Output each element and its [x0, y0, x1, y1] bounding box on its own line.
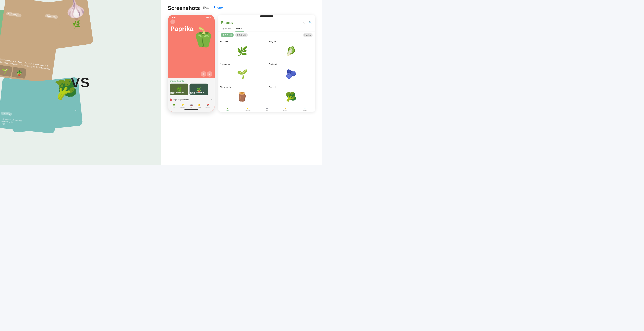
iphone-thumb-2: 🪴 When to start sowing paprika — [190, 84, 208, 95]
iphone-thumb-1-label: Paprika is a perennial plant — [170, 92, 188, 94]
ipad-icons: ♡ 🔍 — [302, 20, 312, 25]
iphone-nav-lifehacks-icon: 💡 — [181, 104, 184, 106]
ipad-nav-alerts-icon: 🔔 — [284, 108, 286, 110]
iphone-nav-bot-label: Bot — [190, 107, 192, 108]
detail-thumb-2: 🪴 — [12, 67, 27, 79]
ipad-nav-plants-icon: 🌿 — [227, 108, 228, 110]
iphone-nav-alerts-icon: 🔔 — [198, 104, 200, 106]
screenshots-area: 09:41 ▪▪▪ ▸ ▪▪ ← Paprika 🫑 ＋ ♥ around Pa… — [168, 14, 315, 162]
list-item[interactable]: Black salsify 🪵 — [218, 84, 267, 107]
right-panel: Screenshots iPad iPhone 09:41 ▪▪▪ ▸ ▪▪ ←… — [161, 0, 322, 166]
plant-name-broccoli: Broccoli — [269, 86, 314, 88]
ipad-tab-vegetables[interactable]: Vegetables — [221, 26, 234, 32]
detail-card: Raric Species Class: Bay The avocado, a … — [0, 0, 62, 84]
screenshots-title: Screenshots — [168, 5, 200, 11]
ipad-title: Plants — [221, 20, 233, 25]
iphone-bottom-section: around Paprika 🌿 Paprika is a perennial … — [168, 78, 215, 112]
ipad-nav-alerts-label: Alerts — [283, 110, 286, 111]
detail-thumb-1: 🌱 — [0, 65, 12, 77]
ipad-notch — [260, 16, 273, 17]
iphone-home-bar — [184, 109, 198, 110]
ipad-tab-herbs[interactable]: Herbs — [236, 26, 244, 32]
iphone-nav-bot-icon: 🤖 — [190, 104, 193, 106]
iphone-add-button[interactable]: ＋ — [201, 71, 206, 77]
cauliflower-heart: ♡ — [73, 108, 79, 114]
ipad-nav-alerts[interactable]: 🔔 Alerts — [283, 108, 286, 111]
ipad-2x3-grid-button[interactable]: ⊞ 2×3 grid — [221, 33, 234, 37]
tab-ipad[interactable]: iPad — [203, 6, 209, 10]
iphone-accordion-left: Light requirements — [170, 98, 189, 101]
iphone-accordion-text: Light requirements — [174, 99, 189, 101]
ipad-heart-button[interactable]: ♡ — [302, 20, 306, 25]
plant-image-broccoli: 🥦 — [269, 89, 314, 105]
plant-image-beetroot: 🫐 — [269, 66, 314, 82]
plant-name-artichoke: Artichoke — [220, 40, 265, 42]
cauliflower-detail-card: Class: Bay ...ith probable origin in sou… — [0, 78, 60, 134]
iphone-accordion[interactable]: Light requirements ∨ — [170, 97, 213, 102]
iphone-accordion-chevron: ∨ — [211, 98, 213, 101]
cauli-tag: Class: Bay — [1, 112, 12, 116]
ipad-nav-lifehacks[interactable]: 💡 Lifehacks — [245, 108, 250, 111]
iphone-nav-alerts[interactable]: 🔔 Alerts — [198, 104, 201, 108]
screenshots-header: Screenshots iPad iPhone — [168, 5, 315, 11]
ipad-plant-grid: Artichoke 🌿 Arugula 🥬 Asparagus 🌱 Beet r… — [218, 38, 315, 107]
plant-image-asparagus: 🌱 — [220, 66, 265, 82]
ipad-screenshot: Plants ♡ 🔍 Vegetables Herbs ⊞ 2×3 grid ⊞… — [218, 14, 315, 112]
ipad-nav-bot-icon: 🤖 — [266, 108, 268, 110]
left-panel: $ cado ♡ 🥑 $$$ ← 🧄 🌿 Garlic Plant Raric … — [0, 0, 161, 166]
iphone-time: 09:41 — [171, 16, 176, 18]
iphone-back-button[interactable]: ← — [170, 20, 175, 24]
pepper-image: 🫑 — [192, 28, 215, 46]
cauli-description: ...ith probable origin in south...member… — [0, 118, 53, 130]
tab-iphone[interactable]: iPhone — [213, 6, 223, 10]
ipad-nav-bot-label: Bot — [266, 110, 268, 111]
plant-name-beetroot: Beet root — [269, 63, 314, 66]
iphone-nav-plants[interactable]: 🌿 Plants — [172, 104, 175, 108]
plant-image-blacksalsify: 🪵 — [220, 89, 265, 105]
iphone-thumb-2-label: When to start sowing paprika — [190, 92, 207, 94]
ipad-bottom-nav: 🌿 Plants 💡 Lifehacks 🤖 Bot 🔔 Alerts 📅 — [218, 107, 315, 112]
iphone-nav-lifehacks-label: Lifehacks — [180, 107, 185, 108]
plant-name-arugula: Arugula — [269, 40, 314, 42]
list-item[interactable]: Asparagus 🌱 — [218, 61, 267, 84]
iphone-nav-calendar-label: Calendar — [206, 107, 210, 108]
iphone-heart-button[interactable]: ♥ — [207, 71, 212, 77]
ipad-nav-plants-label: Plants — [226, 110, 230, 111]
plant-name-blacksalsify: Black salsify — [220, 86, 265, 88]
list-item[interactable]: Beet root 🫐 — [267, 61, 316, 84]
ipad-nav-lifehacks-icon: 💡 — [247, 108, 248, 110]
parsley-emoji: 🌿 — [72, 20, 81, 29]
plant-name-asparagus: Asparagus — [220, 63, 265, 66]
list-item[interactable]: Arugula 🥬 — [267, 38, 316, 61]
iphone-nav-calendar-icon: 📅 — [206, 104, 209, 106]
iphone-nav-bot[interactable]: 🤖 Bot — [190, 104, 193, 108]
plant-image-arugula: 🥬 — [269, 43, 314, 59]
list-item[interactable]: Artichoke 🌿 — [218, 38, 267, 61]
iphone-nav-alerts-label: Alerts — [198, 107, 201, 108]
iphone-dot — [170, 98, 172, 101]
list-item[interactable]: Broccoli 🥦 — [267, 84, 316, 107]
ipad-preview-label: Preview — [303, 34, 312, 37]
garlic-emoji: 🧄 — [63, 0, 88, 20]
iphone-bottom-nav: 🌿 Plants 💡 Lifehacks 🤖 Bot 🔔 Alerts — [170, 103, 213, 108]
ipad-nav-plants[interactable]: 🌿 Plants — [226, 108, 230, 111]
iphone-thumbnails: 🌿 Paprika is a perennial plant 🪴 When to… — [170, 84, 213, 95]
ipad-nav-calendar-icon: 📅 — [304, 108, 306, 110]
ipad-nav-calendar[interactable]: 📅 Calendar — [302, 108, 308, 111]
ipad-search-button[interactable]: 🔍 — [308, 20, 312, 25]
iphone-status-bar: 09:41 ▪▪▪ ▸ ▪▪ — [168, 14, 215, 20]
iphone-nav-plants-icon: 🌿 — [172, 104, 175, 106]
ipad-nav-calendar-label: Calendar — [302, 110, 308, 111]
ipad-3x3-grid-button[interactable]: ⊞ 3×3 grid — [235, 33, 248, 37]
iphone-signal: ▪▪▪ ▸ ▪▪ — [206, 16, 211, 18]
ipad-tabs: Vegetables Herbs — [218, 26, 315, 32]
ipad-nav-lifehacks-label: Lifehacks — [245, 110, 250, 111]
iphone-nav-plants-label: Plants — [172, 107, 175, 108]
iphone-nav-lifehacks[interactable]: 💡 Lifehacks — [180, 104, 185, 108]
ipad-view-controls: ⊞ 2×3 grid ⊞ 3×3 grid Preview — [218, 32, 315, 38]
iphone-section-title: around Paprika — [170, 80, 213, 82]
tag-raric: Raric Species — [6, 12, 22, 17]
ipad-nav-bot[interactable]: 🤖 Bot — [266, 108, 268, 111]
ipad-header: Plants ♡ 🔍 — [218, 18, 315, 26]
iphone-nav-calendar[interactable]: 📅 Calendar — [206, 104, 210, 108]
